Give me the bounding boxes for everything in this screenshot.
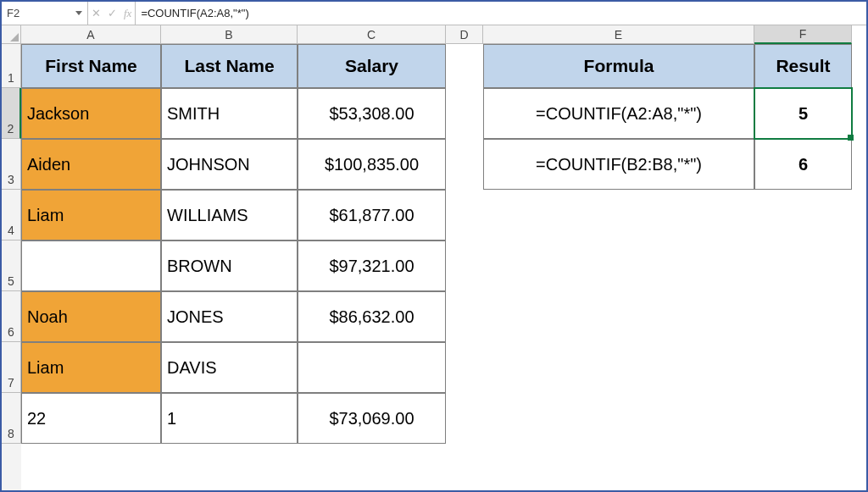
- formula-bar: F2 ✕ ✓ fx =COUNTIF(A2:A8,"*"): [2, 2, 866, 25]
- row-header-7[interactable]: 7: [2, 342, 21, 393]
- cell-B8[interactable]: 1: [161, 393, 298, 444]
- cell-B5[interactable]: BROWN: [161, 240, 298, 291]
- col-header-B[interactable]: B: [161, 25, 298, 44]
- column-headers: A B C D E F: [21, 25, 852, 44]
- cell-F1[interactable]: Result: [754, 44, 852, 88]
- col-header-C[interactable]: C: [298, 25, 446, 44]
- row-header-3[interactable]: 3: [2, 139, 21, 190]
- select-all-corner[interactable]: [2, 25, 21, 44]
- cell-C4[interactable]: $61,877.00: [298, 190, 446, 240]
- row-header-5[interactable]: 5: [2, 240, 21, 291]
- cell-F3[interactable]: 6: [754, 139, 852, 190]
- cell-C8[interactable]: $73,069.00: [298, 393, 446, 444]
- cell-C5[interactable]: $97,321.00: [298, 240, 446, 291]
- cell-B2[interactable]: SMITH: [161, 88, 298, 139]
- cancel-icon[interactable]: ✕: [92, 7, 101, 19]
- cell-F2[interactable]: 5: [754, 88, 852, 139]
- chevron-down-icon[interactable]: [75, 11, 82, 15]
- cell-B6[interactable]: JONES: [161, 291, 298, 342]
- cell-A8[interactable]: 22: [21, 393, 161, 444]
- formula-bar-buttons: ✕ ✓ fx: [88, 2, 136, 25]
- row-headers: 1 2 3 4 5 6 7 8: [2, 44, 21, 492]
- row-header-8[interactable]: 8: [2, 393, 21, 444]
- name-box[interactable]: F2: [2, 2, 88, 25]
- col-header-E[interactable]: E: [483, 25, 754, 44]
- enter-icon[interactable]: ✓: [108, 7, 117, 19]
- row-header-6[interactable]: 6: [2, 291, 21, 342]
- row-header-4[interactable]: 4: [2, 190, 21, 240]
- row-header-1[interactable]: 1: [2, 44, 21, 88]
- cell-C1[interactable]: Salary: [298, 44, 446, 88]
- cell-E2[interactable]: =COUNTIF(A2:A8,"*"): [483, 88, 754, 139]
- cell-B7[interactable]: DAVIS: [161, 342, 298, 393]
- fill-handle[interactable]: [848, 135, 854, 141]
- cell-C7[interactable]: [298, 342, 446, 393]
- cell-C2[interactable]: $53,308.00: [298, 88, 446, 139]
- col-header-F[interactable]: F: [754, 25, 852, 44]
- cell-B1[interactable]: Last Name: [161, 44, 298, 88]
- fx-icon[interactable]: fx: [124, 7, 131, 20]
- cell-A1[interactable]: First Name: [21, 44, 161, 88]
- cell-A5[interactable]: [21, 240, 161, 291]
- col-header-D[interactable]: D: [446, 25, 483, 44]
- cell-A4[interactable]: Liam: [21, 190, 161, 240]
- col-header-A[interactable]: A: [21, 25, 161, 44]
- cell-E3[interactable]: =COUNTIF(B2:B8,"*"): [483, 139, 754, 190]
- formula-input[interactable]: =COUNTIF(A2:A8,"*"): [136, 7, 866, 19]
- cells-grid[interactable]: First NameLast NameSalaryFormulaResultJa…: [21, 44, 852, 492]
- name-box-value: F2: [7, 7, 19, 19]
- cell-B3[interactable]: JOHNSON: [161, 139, 298, 190]
- cell-A3[interactable]: Aiden: [21, 139, 161, 190]
- row-header-2[interactable]: 2: [2, 88, 21, 139]
- cell-A7[interactable]: Liam: [21, 342, 161, 393]
- cell-E1[interactable]: Formula: [483, 44, 754, 88]
- cell-A6[interactable]: Noah: [21, 291, 161, 342]
- cell-A2[interactable]: Jackson: [21, 88, 161, 139]
- cell-C6[interactable]: $86,632.00: [298, 291, 446, 342]
- cell-B4[interactable]: WILLIAMS: [161, 190, 298, 240]
- cell-C3[interactable]: $100,835.00: [298, 139, 446, 190]
- sheet-area: A B C D E F 1 2 3 4 5 6 7 8 First NameLa…: [2, 25, 866, 490]
